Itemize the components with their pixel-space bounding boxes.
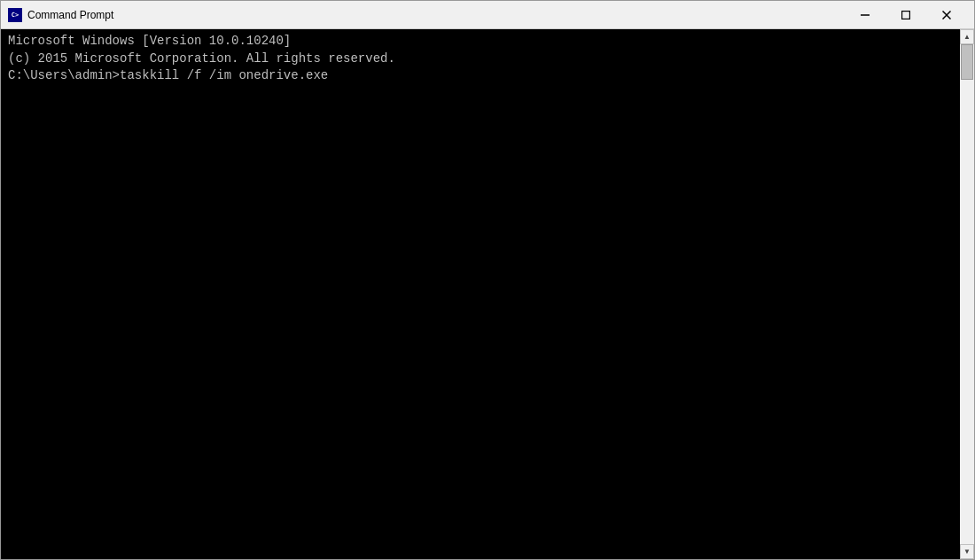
scroll-down-button[interactable]: ▼ [960,544,974,559]
window-body: Microsoft Windows [Version 10.0.10240] (… [1,29,974,559]
minimize-button[interactable] [845,1,885,29]
scrollbar[interactable]: ▲ ▼ [960,29,974,559]
restore-button[interactable] [885,1,926,29]
window-icon [8,8,22,22]
scroll-down-icon: ▼ [963,548,971,556]
close-button[interactable] [926,1,967,29]
scroll-up-icon: ▲ [963,33,971,41]
scrollbar-track-area[interactable] [960,44,974,544]
terminal-line-4: C:\Users\admin>taskkill /f /im onedrive.… [8,67,953,85]
terminal-line-2: (c) 2015 Microsoft Corporation. All righ… [8,51,953,68]
cmd-icon [8,8,22,22]
window-title: Command Prompt [27,9,845,21]
cmd-window: Command Prompt Microsoft [0,0,975,560]
scrollbar-thumb[interactable] [961,44,973,80]
terminal-content[interactable]: Microsoft Windows [Version 10.0.10240] (… [1,29,960,559]
window-controls [845,1,967,29]
scroll-up-button[interactable]: ▲ [960,29,974,44]
svg-rect-1 [902,11,910,19]
title-bar: Command Prompt [1,1,974,29]
terminal-line-1: Microsoft Windows [Version 10.0.10240] [8,33,953,51]
